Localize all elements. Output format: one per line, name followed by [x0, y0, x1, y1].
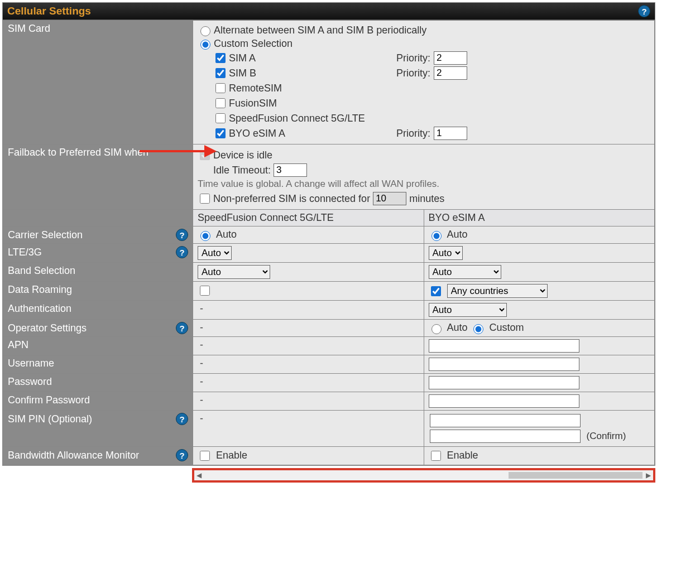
help-icon[interactable]: ? — [176, 413, 188, 425]
username-input-c2[interactable] — [429, 358, 579, 371]
remotesim-label: RemoteSIM — [229, 83, 374, 94]
sim-pin-c1-dash: - — [198, 413, 203, 424]
panel-title: Cellular Settings — [7, 5, 91, 17]
lte-3g-label: LTE/3G — [8, 247, 42, 258]
checkbox-sfc[interactable] — [215, 113, 226, 123]
idle-timeout-label: Idle Timeout: — [213, 165, 271, 176]
checkbox-device-idle — [200, 150, 210, 160]
sim-card-label: SIM Card — [3, 21, 193, 144]
byo-esim-a-label: BYO eSIM A — [229, 128, 374, 139]
column-header-empty — [3, 210, 193, 226]
checkbox-remotesim[interactable] — [215, 83, 226, 93]
horizontal-scrollbar-annotation: ◀ ▶ — [192, 468, 655, 483]
operator-c1-dash: - — [198, 322, 203, 333]
scroll-thumb[interactable] — [509, 472, 643, 479]
radio-operator-custom-c2[interactable] — [473, 324, 483, 334]
fusionsim-label: FusionSIM — [229, 98, 374, 109]
username-c1-dash: - — [198, 358, 203, 369]
checkbox-fusionsim[interactable] — [215, 98, 226, 108]
username-label: Username — [8, 358, 54, 369]
sim-pin-confirm-input-c2[interactable] — [430, 430, 581, 443]
select-lte-3g-c2[interactable]: Auto — [429, 246, 463, 260]
sfc-label: SpeedFusion Connect 5G/LTE — [229, 113, 374, 124]
checkbox-sim-a[interactable] — [215, 53, 226, 63]
alternate-label: Alternate between SIM A and SIM B period… — [214, 25, 426, 36]
carrier-auto-c2: Auto — [447, 229, 468, 240]
radio-carrier-auto-c1[interactable] — [200, 231, 210, 241]
confirm-password-c1-dash: - — [198, 394, 203, 406]
password-label: Password — [8, 376, 52, 387]
carrier-auto-c1: Auto — [216, 229, 237, 240]
sim-b-label: SIM B — [229, 68, 374, 79]
sim-pin-input-c2[interactable] — [430, 414, 581, 427]
select-roaming-countries-c2[interactable]: Any countries — [447, 284, 548, 298]
data-roaming-label: Data Roaming — [8, 284, 72, 295]
scroll-right-arrow-icon[interactable]: ▶ — [646, 471, 651, 479]
bandwidth-enable-label-c2: Enable — [447, 450, 478, 461]
priority-label-esim: Priority: — [396, 128, 430, 139]
select-auth-c2[interactable]: Auto — [429, 303, 507, 317]
failback-hint: Time value is global. A change will affe… — [198, 179, 650, 190]
bandwidth-label: Bandwidth Allowance Monitor — [8, 450, 139, 461]
select-band-c1[interactable]: Auto — [198, 265, 270, 279]
checkbox-non-preferred[interactable] — [200, 194, 210, 204]
confirm-password-input-c2[interactable] — [429, 394, 579, 408]
checkbox-bandwidth-enable-c1[interactable] — [200, 451, 210, 461]
radio-custom-selection[interactable] — [200, 40, 210, 50]
select-band-c2[interactable]: Auto — [429, 265, 501, 279]
operator-settings-label: Operator Settings — [8, 322, 87, 334]
panel-header: Cellular Settings ? — [3, 3, 655, 20]
priority-label-a: Priority: — [396, 52, 430, 64]
confirm-password-label: Confirm Password — [8, 394, 90, 406]
custom-selection-label: Custom Selection — [214, 38, 293, 50]
column-header-byo-esim: BYO eSIM A — [424, 210, 655, 226]
radio-carrier-auto-c2[interactable] — [431, 231, 442, 241]
sim-pin-label: SIM PIN (Optional) — [8, 413, 92, 425]
priority-input-byo-esim-a[interactable] — [434, 127, 467, 140]
cellular-settings-panel: Cellular Settings ? SIM Card Alternate b… — [2, 2, 655, 466]
operator-auto-c2: Auto — [447, 322, 468, 333]
help-icon[interactable]: ? — [176, 449, 188, 461]
failback-label: Failback to Preferred SIM when — [3, 144, 193, 210]
password-input-c2[interactable] — [429, 376, 579, 389]
apn-label: APN — [8, 339, 28, 350]
checkbox-sim-b[interactable] — [215, 68, 226, 78]
device-idle-label: Device is idle — [213, 150, 272, 161]
bandwidth-enable-label-c1: Enable — [216, 450, 247, 461]
non-preferred-minutes-input[interactable] — [373, 192, 406, 205]
authentication-label: Authentication — [8, 303, 71, 314]
non-preferred-label: Non-preferred SIM is connected for — [213, 193, 370, 205]
band-selection-label: Band Selection — [8, 265, 75, 276]
help-icon[interactable]: ? — [176, 246, 188, 258]
idle-timeout-input[interactable] — [274, 163, 307, 177]
priority-input-sim-b[interactable] — [434, 66, 467, 80]
column-header-sfc: SpeedFusion Connect 5G/LTE — [193, 210, 424, 226]
apn-input-c2[interactable] — [429, 339, 579, 353]
sim-card-content: Alternate between SIM A and SIM B period… — [193, 21, 655, 144]
failback-content: Device is idle Idle Timeout: Time value … — [193, 144, 655, 210]
radio-operator-auto-c2[interactable] — [431, 324, 442, 334]
checkbox-roaming-c2[interactable] — [431, 286, 441, 296]
checkbox-roaming-c1[interactable] — [200, 286, 210, 296]
checkbox-byo-esim-a[interactable] — [215, 128, 226, 138]
auth-c1-dash: - — [198, 303, 203, 314]
help-icon[interactable]: ? — [638, 5, 650, 17]
sim-a-label: SIM A — [229, 52, 374, 64]
sim-pin-confirm-note: (Confirm) — [587, 431, 626, 441]
help-icon[interactable]: ? — [176, 229, 188, 241]
apn-c1-dash: - — [198, 339, 203, 350]
checkbox-bandwidth-enable-c2[interactable] — [431, 451, 441, 461]
minutes-label: minutes — [409, 193, 444, 205]
help-icon[interactable]: ? — [176, 322, 188, 334]
carrier-selection-label: Carrier Selection — [8, 229, 83, 241]
priority-label-b: Priority: — [396, 68, 430, 79]
priority-input-sim-a[interactable] — [434, 51, 467, 65]
scroll-left-arrow-icon[interactable]: ◀ — [196, 471, 202, 479]
operator-custom-c2: Custom — [490, 322, 524, 333]
password-c1-dash: - — [198, 376, 203, 387]
radio-alternate[interactable] — [200, 26, 210, 36]
select-lte-3g-c1[interactable]: Auto — [198, 246, 232, 260]
